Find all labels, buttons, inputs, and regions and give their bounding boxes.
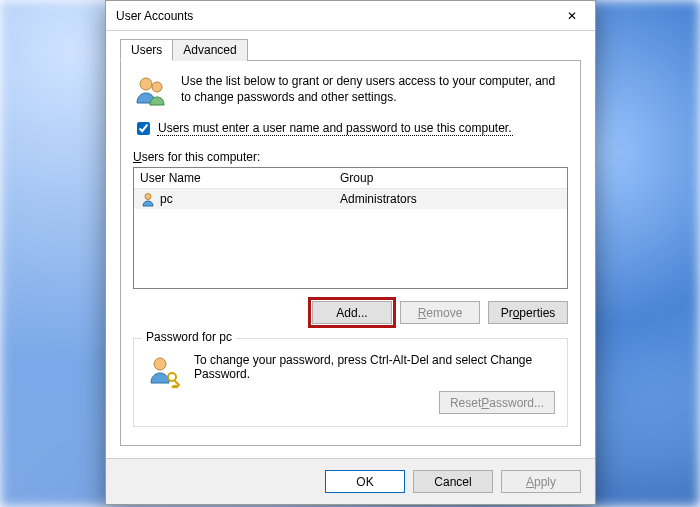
password-groupbox: Password for pc To change your password,… (133, 338, 568, 427)
titlebar: User Accounts ✕ (106, 1, 595, 31)
reset-password-button: Reset Password... (439, 391, 555, 414)
require-login-row: Users must enter a user name and passwor… (133, 119, 568, 138)
intro-text: Use the list below to grant or deny user… (181, 73, 568, 109)
list-cell-group: Administrators (334, 190, 567, 208)
close-icon: ✕ (567, 9, 577, 23)
svg-point-0 (140, 78, 152, 90)
password-text: To change your password, press Ctrl-Alt-… (194, 353, 555, 381)
user-buttons-row: Add... Remove Properties (133, 301, 568, 324)
remove-button: Remove (400, 301, 480, 324)
require-login-label[interactable]: Users must enter a user name and passwor… (157, 121, 513, 136)
user-accounts-dialog: User Accounts ✕ Users Advanced Use the l (105, 0, 596, 505)
key-user-icon (146, 353, 182, 389)
svg-point-1 (152, 82, 162, 92)
users-list-label: Users for this computer: (133, 150, 568, 164)
cancel-button[interactable]: Cancel (413, 470, 493, 493)
tab-panel-users: Use the list below to grant or deny user… (120, 60, 581, 446)
require-login-checkbox[interactable] (137, 122, 150, 135)
tab-advanced[interactable]: Advanced (172, 39, 247, 61)
users-icon (133, 73, 169, 109)
svg-point-2 (145, 194, 151, 200)
dialog-footer: OK Cancel Apply (106, 458, 595, 504)
add-button[interactable]: Add... (312, 301, 392, 324)
intro-row: Use the list below to grant or deny user… (133, 73, 568, 109)
ok-button[interactable]: OK (325, 470, 405, 493)
dialog-body: Users Advanced Use the list below to gra… (106, 31, 595, 458)
user-row-icon (140, 191, 156, 207)
tabstrip: Users Advanced (120, 39, 581, 61)
list-header: User Name Group (134, 168, 567, 189)
svg-point-3 (154, 358, 166, 370)
properties-button[interactable]: Properties (488, 301, 568, 324)
tab-users[interactable]: Users (120, 39, 173, 61)
users-listbox[interactable]: User Name Group pc Administrators (133, 167, 568, 289)
apply-button: Apply (501, 470, 581, 493)
list-cell-name: pc (160, 192, 173, 206)
col-header-username[interactable]: User Name (134, 168, 334, 188)
window-title: User Accounts (116, 9, 549, 23)
password-legend: Password for pc (142, 330, 236, 344)
col-header-group[interactable]: Group (334, 168, 567, 188)
close-button[interactable]: ✕ (549, 1, 595, 31)
list-row[interactable]: pc Administrators (134, 189, 567, 209)
